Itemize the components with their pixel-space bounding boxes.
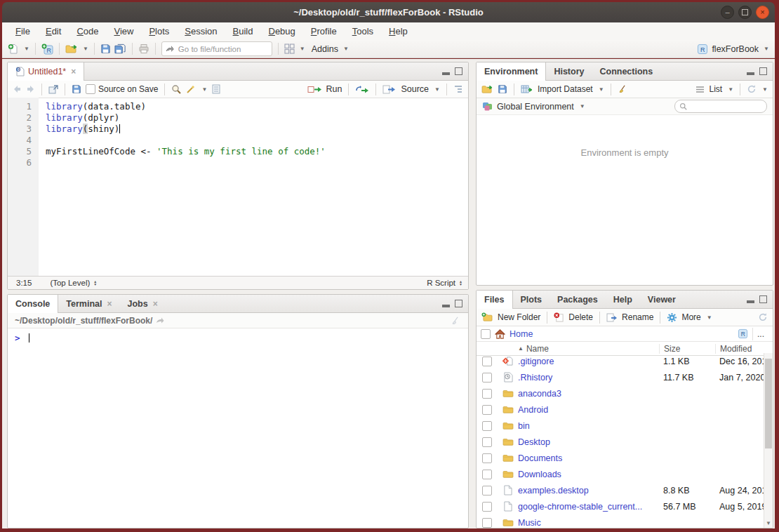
menu-debug[interactable]: Debug [261,26,303,36]
list-view-caret-icon[interactable]: ▼ [728,86,733,93]
tab-terminal-close-icon[interactable]: × [107,299,112,309]
rerun-icon[interactable] [355,85,369,94]
file-checkbox[interactable] [482,453,492,463]
file-name-link[interactable]: Android [518,405,659,415]
file-checkbox[interactable] [482,405,492,415]
source-on-save-toggle[interactable]: Source on Save [86,84,158,94]
addins-caret-icon[interactable]: ▼ [343,46,349,52]
source-icon[interactable] [382,85,397,94]
column-size[interactable]: Size [659,344,715,354]
r-project-small-icon[interactable]: R [738,328,748,339]
pane-minimize-icon[interactable] [442,72,450,75]
tab-plots[interactable]: Plots [513,291,550,308]
refresh-files-icon[interactable] [758,312,768,322]
load-workspace-icon[interactable] [481,84,493,94]
save-all-icon[interactable] [114,44,126,55]
tab-viewer[interactable]: Viewer [640,291,684,308]
find-icon[interactable] [171,84,181,94]
compile-report-icon[interactable] [211,84,221,94]
file-name-link[interactable]: Documents [518,453,659,463]
source-caret-icon[interactable]: ▼ [434,86,440,93]
menu-code[interactable]: Code [69,26,106,36]
refresh-icon[interactable] [747,84,757,94]
run-icon[interactable] [307,85,322,94]
goto-dir-icon[interactable] [156,317,164,324]
code-line[interactable]: library(data.table) [46,101,468,112]
file-name-link[interactable]: google-chrome-stable_current... [518,502,659,512]
file-checkbox[interactable] [482,518,492,528]
menu-tools[interactable]: Tools [345,26,381,36]
save-icon[interactable] [100,44,111,54]
files-scrollbar[interactable]: ▼ [764,353,773,528]
pane-minimize-icon[interactable] [747,72,754,75]
file-name-link[interactable]: Downloads [518,470,659,479]
import-dataset-icon[interactable] [521,84,533,94]
tab-packages[interactable]: Packages [550,291,606,308]
run-button[interactable]: Run [326,84,342,94]
scrollbar-thumb[interactable] [765,359,772,448]
menu-session[interactable]: Session [177,26,225,36]
clear-console-icon[interactable] [451,316,461,326]
pane-maximize-icon[interactable] [455,67,462,75]
pane-layout-caret-icon[interactable]: ▼ [300,46,305,52]
new-file-caret-icon[interactable]: ▼ [24,46,29,52]
popout-icon[interactable] [48,85,58,94]
code-editor[interactable]: 123456 library(data.table)library(dplyr)… [8,98,468,276]
file-checkbox[interactable] [482,357,492,366]
tab-jobs[interactable]: Jobs × [120,295,166,312]
forward-icon[interactable] [26,85,35,93]
menu-file[interactable]: File [8,26,38,36]
scrollbar-down-icon[interactable]: ▼ [764,520,773,526]
more-button[interactable]: More [681,312,700,322]
list-view-icon[interactable] [695,86,705,93]
new-folder-button[interactable]: New Folder [498,312,540,322]
environment-search-box[interactable] [674,100,767,113]
minimize-button[interactable]: – [721,6,734,19]
tab-close-icon[interactable]: × [71,67,76,77]
tab-environment[interactable]: Environment [476,62,546,81]
select-all-checkbox[interactable] [481,329,491,339]
file-checkbox[interactable] [482,373,492,383]
environment-scope-caret-icon[interactable]: ▼ [580,103,585,109]
file-checkbox[interactable] [482,389,492,399]
path-more-button[interactable]: ... [752,328,768,340]
editor-code[interactable]: library(data.table)library(dplyr)library… [39,98,468,276]
addins-button[interactable]: Addins [312,44,338,54]
column-modified[interactable]: Modified [715,344,773,354]
code-line[interactable] [46,135,468,146]
tab-files[interactable]: Files [476,291,513,309]
scope-selector[interactable]: (Top Level) [50,279,90,287]
new-folder-icon[interactable] [481,312,493,322]
tab-console[interactable]: Console [7,295,58,313]
code-tools-caret-icon[interactable]: ▼ [201,86,207,93]
maximize-button[interactable] [738,6,752,19]
code-line[interactable]: library(dplyr) [46,112,468,124]
more-caret-icon[interactable]: ▼ [707,314,712,321]
tab-connections[interactable]: Connections [592,62,660,80]
delete-icon[interactable] [554,312,564,322]
rename-icon[interactable] [606,313,618,322]
file-checkbox[interactable] [482,502,492,512]
pane-maximize-icon[interactable] [455,300,462,307]
tab-untitled1[interactable]: 0 Untitled1* × [7,62,84,81]
code-tools-icon[interactable] [185,84,196,94]
open-file-caret-icon[interactable]: ▼ [83,46,88,52]
new-project-icon[interactable]: R [41,44,53,55]
menu-profile[interactable]: Profile [303,26,345,36]
file-name-link[interactable]: anaconda3 [518,389,659,399]
file-checkbox[interactable] [482,486,492,496]
source-on-save-checkbox[interactable] [86,84,95,94]
print-icon[interactable] [138,44,149,54]
menu-edit[interactable]: Edit [38,26,69,36]
menu-help[interactable]: Help [381,26,415,36]
scope-stepper-icon[interactable]: ▲▼ [93,280,97,286]
window-titlebar[interactable]: ~/Desktop/old/r_stuff/flexForBook - RStu… [2,2,775,22]
close-button[interactable]: × [756,6,769,19]
tab-jobs-close-icon[interactable]: × [153,299,158,309]
open-file-icon[interactable] [65,44,78,54]
outline-icon[interactable] [453,85,463,93]
project-selector[interactable]: R flexForBook ▼ [697,44,769,55]
file-name-link[interactable]: .Rhistory [518,373,659,383]
delete-button[interactable]: Delete [568,312,593,322]
back-icon[interactable] [13,85,22,93]
